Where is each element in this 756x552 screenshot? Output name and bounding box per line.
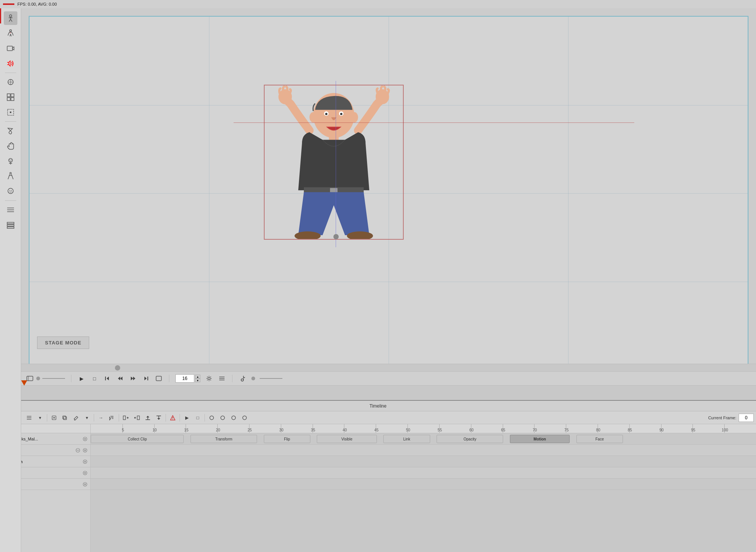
svg-rect-77 [64, 417, 67, 420]
track-row-layer[interactable] [91, 479, 756, 490]
tl-edit-frame-btn[interactable] [71, 413, 81, 423]
layer-close-transform[interactable] [82, 459, 88, 465]
layer-close-layer[interactable] [82, 481, 88, 487]
face-tool-btn[interactable] [4, 154, 17, 168]
transform-handle[interactable] [333, 234, 339, 239]
track-block-face[interactable]: Face [576, 435, 623, 443]
character-selection[interactable] [264, 85, 404, 240]
frame-down-btn[interactable]: ▼ [195, 378, 200, 382]
tl-expand-right-btn[interactable] [121, 413, 131, 423]
stop-btn[interactable]: □ [90, 374, 99, 383]
ruler-tick-45: 45 [376, 424, 376, 433]
svg-marker-91 [146, 416, 149, 417]
svg-marker-50 [107, 377, 109, 380]
audio-tool-btn[interactable] [4, 57, 17, 70]
track-row-transform[interactable] [91, 456, 756, 467]
ruler-tick-50: 50 [407, 424, 408, 433]
track-row-main[interactable]: Collect ClipTransformFlipVisibleLinkOpac… [91, 433, 756, 445]
layer-close-sprite[interactable] [82, 470, 88, 476]
track-row-sprite[interactable] [91, 467, 756, 479]
toolbar-divider-3 [5, 200, 16, 201]
skip-fwd-btn[interactable] [142, 374, 150, 383]
video-tool-btn[interactable] [4, 42, 17, 55]
tl-play-btn[interactable]: ▶ [182, 413, 192, 423]
tl-circ3-btn[interactable] [229, 413, 239, 423]
rig-tool-btn[interactable] [4, 11, 17, 25]
tl-dropdown2-btn[interactable]: ▾ [82, 413, 92, 423]
tl-circ1-btn[interactable] [207, 413, 217, 423]
head2-tool-btn[interactable] [4, 185, 17, 198]
fps-counter: FPS: 0.00, AVG: 0.00 [17, 2, 57, 6]
tl-copy-frame-btn[interactable] [60, 413, 70, 423]
frame-up-btn[interactable]: ▲ [195, 375, 200, 378]
hscroll-thumb[interactable] [115, 365, 120, 371]
forward-btn[interactable] [129, 374, 137, 383]
tl-circ4-btn[interactable] [240, 413, 249, 423]
ruler-tick-100: 100 [724, 424, 725, 433]
svg-line-3 [9, 19, 11, 22]
svg-marker-86 [127, 417, 129, 419]
tl-sort-btn[interactable] [107, 413, 117, 423]
note-btn[interactable] [239, 374, 247, 383]
svg-rect-32 [7, 227, 14, 228]
frame-input[interactable]: 16 [175, 374, 194, 383]
frame-spinner[interactable]: ▲ ▼ [195, 375, 200, 382]
svg-rect-31 [7, 225, 14, 226]
tl-delete-btn[interactable] [154, 413, 164, 423]
pose-tool-btn[interactable] [4, 26, 17, 40]
tl-list-btn[interactable] [218, 374, 226, 383]
stage-mode-button[interactable]: STAGE MODE [37, 336, 89, 349]
tl-arrow-right-btn[interactable]: → [96, 413, 106, 423]
tl-sep-6 [204, 414, 205, 422]
track-block-motion[interactable]: Motion [510, 435, 570, 443]
svg-rect-57 [156, 376, 161, 381]
walk-tool-btn[interactable] [4, 169, 17, 183]
hand-tool-btn[interactable] [4, 139, 17, 153]
rewind-btn[interactable] [116, 374, 124, 383]
track-block-visible[interactable]: Visible [317, 435, 376, 443]
tl-insert-btn[interactable] [143, 413, 153, 423]
timeline-title: Timeline [370, 403, 387, 409]
grid3-tool-btn[interactable] [4, 203, 17, 217]
track-block-link[interactable]: Link [383, 435, 430, 443]
tl-collapse-left-btn[interactable] [132, 413, 142, 423]
tl-stop-btn[interactable]: □ [193, 413, 203, 423]
track-row-motion[interactable] [91, 445, 756, 456]
record-btn[interactable] [155, 374, 163, 383]
transform-tool-btn[interactable] [4, 105, 17, 119]
layer-close-main[interactable] [82, 436, 88, 442]
playhead-marker [21, 380, 27, 386]
layer-close-motion[interactable] [82, 447, 88, 453]
skip-back-btn[interactable] [103, 374, 112, 383]
svg-rect-11 [7, 94, 10, 97]
svg-point-39 [340, 113, 342, 115]
tl-sep-2 [94, 414, 94, 422]
brush-tool-btn[interactable] [4, 124, 17, 138]
circle-tool-btn[interactable] [4, 75, 17, 89]
tl-align-btn[interactable] [24, 413, 34, 423]
grid-tool-btn[interactable] [4, 90, 17, 104]
track-block-flip[interactable]: Flip [264, 435, 310, 443]
svg-rect-84 [123, 416, 125, 420]
play-btn[interactable]: ▶ [77, 374, 86, 383]
track-block-collect-clip[interactable]: Collect Clip [91, 435, 184, 443]
svg-point-99 [210, 416, 214, 420]
ruler-tick-90: 90 [661, 424, 662, 433]
ruler-tick-95: 95 [692, 424, 693, 433]
tl-warn-btn[interactable] [168, 413, 178, 423]
track-block-transform[interactable]: Transform [191, 435, 257, 443]
svg-marker-83 [110, 417, 111, 420]
stage-canvas[interactable]: STAGE MODE [29, 16, 748, 371]
track-block-opacity[interactable]: Opacity [437, 435, 503, 443]
crosshair-horizontal [234, 122, 634, 123]
layer-icons-motion [75, 447, 88, 453]
layers2-tool-btn[interactable] [4, 218, 17, 232]
tl-add-frame-btn[interactable] [49, 413, 59, 423]
tl-circ2-btn[interactable] [218, 413, 228, 423]
current-frame-input[interactable]: 0 [739, 414, 754, 422]
layer-expand-motion[interactable] [75, 447, 81, 453]
svg-line-4 [11, 19, 12, 22]
gear-btn[interactable] [205, 374, 213, 383]
canvas-hscrollbar[interactable] [21, 364, 756, 371]
tl-dropdown-btn[interactable]: ▾ [35, 413, 45, 423]
